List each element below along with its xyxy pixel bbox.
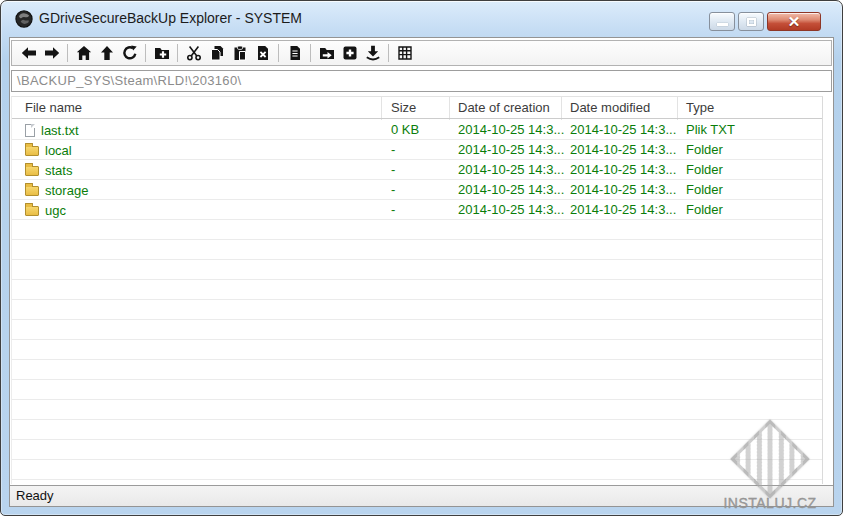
home-icon [76, 45, 92, 61]
toolbar-separator [177, 44, 178, 62]
modified-cell: 2014-10-25 14:3... [570, 180, 676, 200]
maximize-button[interactable] [738, 12, 764, 31]
toolbar-separator [67, 44, 68, 62]
refresh-icon [122, 45, 138, 61]
move-to-folder-button[interactable] [315, 42, 338, 64]
file-name-cell: storage [25, 180, 88, 200]
size-cell: - [391, 140, 395, 160]
created-cell: 2014-10-25 14:3... [458, 120, 564, 140]
status-bar: Ready [10, 485, 833, 506]
type-cell: Plik TXT [686, 120, 735, 140]
table-row[interactable]: stats-2014-10-25 14:3...2014-10-25 14:3.… [12, 160, 822, 180]
paste-icon [232, 45, 248, 61]
folder-icon [25, 146, 39, 156]
maximize-icon [747, 18, 756, 26]
folder-icon [25, 186, 39, 196]
file-name-cell: stats [25, 160, 72, 180]
minimize-button[interactable] [709, 12, 735, 31]
file-icon [25, 124, 35, 137]
forward-icon [44, 45, 60, 61]
grid-icon [397, 45, 413, 61]
titlebar[interactable]: GDriveSecureBackUp Explorer - SYSTEM ✕ [1, 1, 842, 37]
up-icon [99, 45, 115, 61]
forward-button[interactable] [40, 42, 63, 64]
minimize-icon [717, 23, 728, 26]
file-name-cell: ugc [25, 200, 66, 220]
file-name-cell: local [25, 140, 72, 160]
modified-cell: 2014-10-25 14:3... [570, 140, 676, 160]
delete-icon [255, 45, 271, 61]
header-date-modified[interactable]: Date modified [570, 97, 650, 119]
home-button[interactable] [72, 42, 95, 64]
modified-cell: 2014-10-25 14:3... [570, 160, 676, 180]
close-icon: ✕ [768, 13, 820, 30]
header-file-name[interactable]: File name [25, 97, 82, 119]
table-row[interactable]: ugc-2014-10-25 14:3...2014-10-25 14:3...… [12, 200, 822, 220]
plus-square-icon [342, 45, 358, 61]
header-type[interactable]: Type [686, 97, 714, 119]
download-button[interactable] [361, 42, 384, 64]
size-cell: - [391, 160, 395, 180]
new-folder-button[interactable] [150, 42, 173, 64]
back-icon [21, 45, 37, 61]
header-size[interactable]: Size [391, 97, 416, 119]
table-row[interactable]: last.txt0 KB2014-10-25 14:3...2014-10-25… [12, 120, 822, 140]
size-cell: - [391, 180, 395, 200]
table-row[interactable]: storage-2014-10-25 14:3...2014-10-25 14:… [12, 180, 822, 200]
status-text: Ready [16, 488, 54, 503]
paste-button[interactable] [228, 42, 251, 64]
modified-cell: 2014-10-25 14:3... [570, 120, 676, 140]
globe-icon [15, 10, 33, 28]
toolbar-separator [388, 44, 389, 62]
type-cell: Folder [686, 200, 723, 220]
type-cell: Folder [686, 160, 723, 180]
properties-button[interactable] [283, 42, 306, 64]
download-icon [365, 45, 381, 61]
folder-move-icon [319, 45, 335, 61]
size-cell: 0 KB [391, 120, 419, 140]
toolbar-separator [145, 44, 146, 62]
refresh-button[interactable] [118, 42, 141, 64]
app-window: GDriveSecureBackUp Explorer - SYSTEM ✕ [0, 0, 843, 516]
cut-button[interactable] [182, 42, 205, 64]
client-area: \BACKUP_SYS\Steam\RLD!\203160\ File name… [9, 37, 834, 507]
header-date-of-creation[interactable]: Date of creation [458, 97, 550, 119]
created-cell: 2014-10-25 14:3... [458, 180, 564, 200]
delete-button[interactable] [251, 42, 274, 64]
created-cell: 2014-10-25 14:3... [458, 160, 564, 180]
back-button[interactable] [17, 42, 40, 64]
type-cell: Folder [686, 180, 723, 200]
table-header: File name Size Date of creation Date mod… [12, 97, 822, 119]
folder-icon [25, 206, 39, 216]
toolbar-separator [310, 44, 311, 62]
address-input[interactable]: \BACKUP_SYS\Steam\RLD!\203160\ [11, 70, 832, 92]
table-body: last.txt0 KB2014-10-25 14:3...2014-10-25… [12, 120, 822, 484]
copy-icon [209, 45, 225, 61]
size-cell: - [391, 200, 395, 220]
copy-button[interactable] [205, 42, 228, 64]
file-name-cell: last.txt [25, 120, 79, 140]
folder-icon [25, 166, 39, 176]
toolbar-separator [278, 44, 279, 62]
new-folder-icon [154, 45, 170, 61]
grid-view-button[interactable] [393, 42, 416, 64]
file-table: File name Size Date of creation Date mod… [11, 96, 823, 484]
table-row[interactable]: local-2014-10-25 14:3...2014-10-25 14:3.… [12, 140, 822, 160]
toolbar [11, 40, 832, 66]
created-cell: 2014-10-25 14:3... [458, 140, 564, 160]
up-button[interactable] [95, 42, 118, 64]
close-button[interactable]: ✕ [767, 12, 821, 31]
modified-cell: 2014-10-25 14:3... [570, 200, 676, 220]
add-button[interactable] [338, 42, 361, 64]
cut-icon [186, 45, 202, 61]
created-cell: 2014-10-25 14:3... [458, 200, 564, 220]
window-title: GDriveSecureBackUp Explorer - SYSTEM [39, 10, 302, 26]
document-icon [287, 45, 303, 61]
type-cell: Folder [686, 140, 723, 160]
